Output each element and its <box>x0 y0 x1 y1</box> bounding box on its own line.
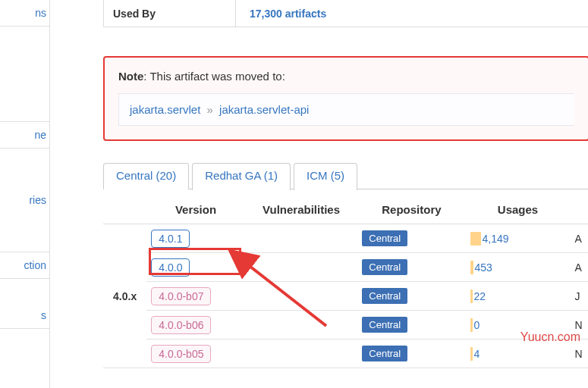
main-content: Used By 17,300 artifacts Note: This arti… <box>50 0 588 388</box>
crumb-sep: » <box>204 103 216 116</box>
th-group <box>103 196 146 224</box>
repo-cell: Central <box>357 253 465 282</box>
repo-cell: Central <box>357 282 465 311</box>
th-date <box>570 196 588 224</box>
vuln-cell <box>245 253 358 282</box>
usage-bar <box>470 289 473 303</box>
sidebar-item[interactable] <box>0 27 49 122</box>
usage-bar <box>470 318 473 332</box>
date-cell: N <box>570 340 588 368</box>
version-cell: 4.0.0-b07 <box>146 282 244 311</box>
sidebar: ns ne ries ction s <box>0 0 50 388</box>
crumb-group[interactable]: jakarta.servlet <box>130 103 200 116</box>
table-row: 4.0.0-b06Central0N <box>103 311 588 340</box>
sidebar-item[interactable]: ction <box>0 252 49 279</box>
sidebar-item[interactable]: ns <box>0 0 49 27</box>
note-prefix: Note <box>118 70 143 83</box>
date-cell: J <box>570 282 588 311</box>
usages-cell: 4,149 <box>466 224 571 253</box>
repo-badge[interactable]: Central <box>362 259 407 275</box>
table-row: 4.0.0-b07Central22J <box>103 282 588 311</box>
th-version: Version <box>146 196 244 224</box>
usage-bar <box>470 261 473 274</box>
sidebar-item[interactable]: s <box>0 279 49 329</box>
usage-bar <box>470 232 481 246</box>
tab-central[interactable]: Central (20) <box>103 163 189 190</box>
th-usages: Usages <box>466 196 571 224</box>
note-box: Note: This artifact was moved to: jakart… <box>103 56 588 141</box>
usages-cell: 22 <box>466 282 571 311</box>
usages-cell: 0 <box>466 311 571 340</box>
version-cell: 4.0.0-b06 <box>146 311 244 340</box>
vuln-cell <box>245 224 358 253</box>
repo-cell: Central <box>357 224 465 253</box>
usages-link[interactable]: 4 <box>474 348 480 360</box>
usages-cell: 4 <box>466 340 571 368</box>
tabs: Central (20) Redhat GA (1) ICM (5) <box>103 162 588 189</box>
th-repo: Repository <box>357 196 465 224</box>
tabs-wrap: Central (20) Redhat GA (1) ICM (5) Versi… <box>103 162 588 368</box>
usage-bar <box>470 347 473 361</box>
used-by-link[interactable]: 17,300 artifacts <box>250 8 326 20</box>
note-title: Note: This artifact was moved to: <box>118 70 574 83</box>
repo-badge[interactable]: Central <box>362 317 407 333</box>
usages-link[interactable]: 4,149 <box>483 233 509 245</box>
date-cell: A <box>570 224 588 253</box>
table-row: 4.0.0-b05Central4N <box>103 340 588 368</box>
usages-link[interactable]: 0 <box>474 319 480 331</box>
version-table: Version Vulnerabilities Repository Usage… <box>103 196 588 368</box>
repo-badge[interactable]: Central <box>362 346 407 361</box>
version-link[interactable]: 4.0.0-b06 <box>151 316 211 334</box>
sidebar-item[interactable]: ne <box>0 122 49 149</box>
vuln-cell <box>245 311 358 340</box>
repo-badge[interactable]: Central <box>362 230 407 246</box>
table-row: 4.0.x4.0.1Central4,149A <box>103 224 588 253</box>
note-breadcrumb: jakarta.servlet » jakarta.servlet-api <box>118 93 574 126</box>
usages-link[interactable]: 22 <box>474 290 486 302</box>
sidebar-item[interactable]: ries <box>0 149 49 252</box>
version-cell: 4.0.1 <box>146 224 244 253</box>
version-link[interactable]: 4.0.1 <box>151 230 190 248</box>
th-vuln: Vulnerabilities <box>245 196 358 224</box>
used-by-row: Used By 17,300 artifacts <box>103 0 588 27</box>
vuln-cell <box>245 340 358 368</box>
version-cell: 4.0.0 <box>146 253 244 282</box>
note-text: : This artifact was moved to: <box>143 70 285 83</box>
date-cell: A <box>570 253 588 282</box>
table-row: 4.0.0Central453A <box>103 253 588 282</box>
used-by-label: Used By <box>104 0 236 27</box>
date-cell: N <box>570 311 588 340</box>
repo-cell: Central <box>357 340 465 368</box>
tab-content: Version Vulnerabilities Repository Usage… <box>103 189 588 368</box>
version-link[interactable]: 4.0.0 <box>151 258 190 277</box>
repo-cell: Central <box>357 311 465 340</box>
version-cell: 4.0.0-b05 <box>146 340 244 368</box>
version-link[interactable]: 4.0.0-b07 <box>151 287 211 305</box>
tab-redhat[interactable]: Redhat GA (1) <box>192 163 291 190</box>
usages-cell: 453 <box>466 253 571 282</box>
usages-link[interactable]: 453 <box>475 261 492 274</box>
tab-icm[interactable]: ICM (5) <box>294 163 357 190</box>
crumb-artifact[interactable]: jakarta.servlet-api <box>219 103 309 116</box>
version-link[interactable]: 4.0.0-b05 <box>151 345 211 363</box>
group-cell: 4.0.x <box>103 224 146 368</box>
repo-badge[interactable]: Central <box>362 288 407 304</box>
vuln-cell <box>245 282 358 311</box>
